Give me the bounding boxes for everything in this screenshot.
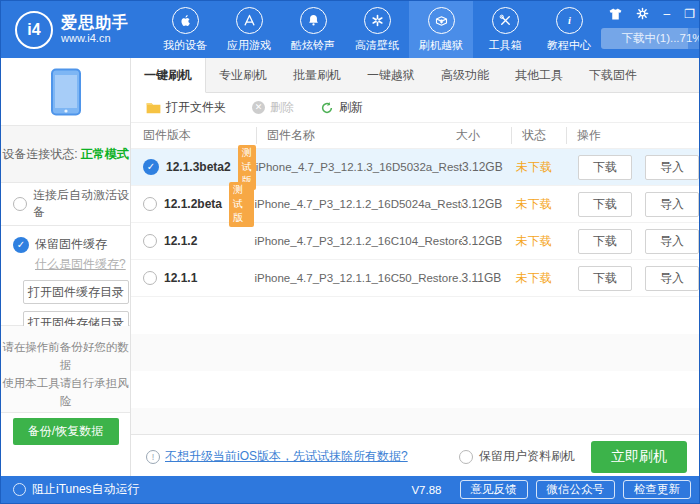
device-preview (1, 58, 130, 126)
flash-now-button[interactable]: 立即刷机 (591, 441, 687, 473)
firmware-status: 未下载 (516, 270, 570, 287)
tab-download-firmware[interactable]: 下载固件 (576, 58, 650, 92)
download-button[interactable]: 下载 (578, 229, 632, 254)
tab-one-click-jailbreak[interactable]: 一键越狱 (354, 58, 428, 92)
main-panel: 一键刷机 专业刷机 批量刷机 一键越狱 高级功能 其他工具 下载固件 打开文件夹… (131, 58, 699, 476)
tab-advanced[interactable]: 高级功能 (428, 58, 502, 92)
nav-label: 刷机越狱 (419, 38, 463, 53)
download-button[interactable]: 下载 (578, 266, 632, 291)
nav-label: 应用游戏 (227, 38, 271, 53)
radio-unchecked-icon[interactable] (459, 450, 473, 464)
gear-icon[interactable] (636, 7, 649, 20)
warning-line-1: 请在操作前备份好您的数据 (1, 338, 130, 374)
firmware-row[interactable]: 12.1.2beta 测试版 iPhone_4.7_P3_12.1.2_16D5… (131, 186, 699, 223)
empty-row (131, 334, 699, 371)
import-button[interactable]: 导入 (645, 192, 699, 217)
download-button[interactable]: 下载 (578, 155, 632, 180)
info-icon: i (556, 7, 583, 34)
radio-unchecked-icon[interactable] (13, 483, 26, 496)
refresh-button[interactable]: 刷新 (320, 99, 363, 116)
row-radio-icon[interactable] (143, 197, 157, 211)
import-button[interactable]: 导入 (645, 155, 699, 180)
row-radio-icon[interactable] (143, 234, 157, 248)
firmware-row[interactable]: 12.1.2 iPhone_4.7_P3_12.1.2_16C104_Resto… (131, 223, 699, 260)
firmware-row[interactable]: ✓ 12.1.3beta2 测试版 iPhone_4.7_P3_12.1.3_1… (131, 149, 699, 186)
nav-flash-jailbreak[interactable]: 刷机越狱 (409, 1, 473, 58)
firmware-row[interactable]: 12.1.1 iPhone_4.7_P3_12.1.1_16C50_Restor… (131, 260, 699, 297)
nav-toolbox[interactable]: 工具箱 (473, 1, 537, 58)
nav-label: 酷炫铃声 (291, 38, 335, 53)
firmware-size: 3.11GB (462, 271, 516, 285)
nav-tutorials[interactable]: i 教程中心 (537, 1, 601, 58)
cache-help-link[interactable]: 什么是固件缓存? (35, 256, 130, 273)
package-icon (428, 7, 455, 34)
firmware-version: 12.1.2beta (164, 197, 222, 211)
open-folder-button[interactable]: 打开文件夹 (146, 99, 226, 116)
check-update-button[interactable]: 检查更新 (623, 480, 691, 499)
flower-icon (364, 7, 391, 34)
empty-row (131, 408, 699, 434)
auto-activate-option[interactable]: 连接后自动激活设备 (1, 183, 130, 226)
cache-section: ✓ 保留固件缓存 什么是固件缓存? 打开固件缓存目录 打开固件存储目录 (1, 226, 130, 326)
firmware-size: 3.12GB (462, 234, 516, 248)
folder-icon (146, 101, 161, 114)
device-status: 设备连接状态: 正常模式 (1, 126, 130, 183)
delete-icon: ✕ (252, 101, 265, 114)
keep-cache-option[interactable]: ✓ 保留固件缓存 (13, 236, 130, 253)
nav-wallpapers[interactable]: 高清壁纸 (345, 1, 409, 58)
nav-my-devices[interactable]: 我的设备 (153, 1, 217, 58)
row-radio-icon[interactable] (143, 271, 157, 285)
col-status: 状态 (511, 127, 566, 144)
download-button[interactable]: 下载 (578, 192, 632, 217)
download-progress-button[interactable]: 下载中(1)...71% (601, 28, 700, 49)
download-progress-label: 下载中(1)...71% (601, 28, 700, 49)
col-firmware-version: 固件版本 (143, 127, 256, 144)
firmware-name: iPhone_4.7_P3_12.1.2_16C104_Restore.ipsw (254, 235, 461, 247)
col-firmware-name: 固件名称 (256, 127, 456, 144)
keep-userdata-label: 保留用户资料刷机 (479, 448, 575, 465)
skin-icon[interactable] (609, 8, 622, 20)
delete-button[interactable]: ✕ 删除 (252, 99, 294, 116)
firmware-name: iPhone_4.7_P3_12.1.3_16D5032a_Restore.ip… (256, 161, 462, 173)
erase-data-link[interactable]: 不想升级当前iOS版本，先试试抹除所有数据? (165, 448, 408, 465)
open-cache-dir-button[interactable]: 打开固件缓存目录 (23, 280, 129, 304)
firmware-size: 3.12GB (462, 160, 516, 174)
import-button[interactable]: 导入 (645, 229, 699, 254)
radio-unchecked-icon[interactable] (13, 197, 27, 211)
radio-checked-icon[interactable]: ✓ (13, 237, 29, 253)
minimize-icon[interactable]: – (663, 8, 670, 20)
firmware-status: 未下载 (516, 159, 570, 176)
nav-ringtones[interactable]: 酷炫铃声 (281, 1, 345, 58)
warning-line-2: 使用本工具请自行承担风险 (1, 374, 130, 410)
status-bar: 阻止iTunes自动运行 V7.88 意见反馈 微信公众号 检查更新 (1, 476, 699, 503)
keep-userdata-option[interactable]: 保留用户资料刷机 (459, 448, 575, 465)
row-radio-checked-icon[interactable]: ✓ (143, 159, 159, 175)
import-button[interactable]: 导入 (645, 266, 699, 291)
maximize-icon[interactable]: ❐ (684, 8, 695, 20)
block-itunes-option[interactable]: 阻止iTunes自动运行 (13, 481, 140, 498)
tab-other-tools[interactable]: 其他工具 (502, 58, 576, 92)
nav-label: 工具箱 (489, 38, 522, 53)
nav-apps-games[interactable]: 应用游戏 (217, 1, 281, 58)
bell-icon (300, 7, 327, 34)
sidebar-empty-space (1, 413, 130, 476)
firmware-name: iPhone_4.7_P3_12.1.2_16D5024a_Restore.ip… (254, 198, 461, 210)
feedback-button[interactable]: 意见反馈 (460, 480, 528, 499)
sidebar: 设备连接状态: 正常模式 连接后自动激活设备 ✓ 保留固件缓存 什么是固件缓存?… (1, 58, 131, 476)
tab-pro-flash[interactable]: 专业刷机 (206, 58, 280, 92)
flash-action-bar: ! 不想升级当前iOS版本，先试试抹除所有数据? 保留用户资料刷机 立即刷机 (131, 434, 699, 478)
app-window: i4 爱思助手 www.i4.cn 我的设备 应用游戏 (0, 0, 700, 504)
refresh-icon (320, 101, 334, 115)
tab-bar: 一键刷机 专业刷机 批量刷机 一键越狱 高级功能 其他工具 下载固件 (131, 58, 699, 93)
wechat-button[interactable]: 微信公众号 (536, 480, 616, 499)
apple-icon (172, 7, 199, 34)
firmware-version: 12.1.2 (164, 234, 197, 248)
firmware-list: ✓ 12.1.3beta2 测试版 iPhone_4.7_P3_12.1.3_1… (131, 149, 699, 434)
nav-label: 高清壁纸 (355, 38, 399, 53)
main-nav: 我的设备 应用游戏 酷炫铃声 高清壁纸 (153, 1, 601, 58)
app-title: 爱思助手 (61, 14, 129, 32)
keep-cache-label: 保留固件缓存 (35, 236, 107, 253)
firmware-name: iPhone_4.7_P3_12.1.1_16C50_Restore.ipsw (254, 272, 461, 284)
tab-one-click-flash[interactable]: 一键刷机 (131, 58, 206, 93)
tab-batch-flash[interactable]: 批量刷机 (280, 58, 354, 92)
